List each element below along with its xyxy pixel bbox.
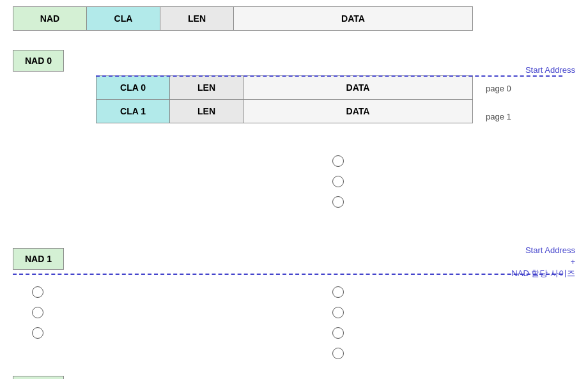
inner-row-0: CLA 0 LEN DATA xyxy=(97,76,472,100)
dot-left3 xyxy=(32,327,43,339)
page0-label: page 0 xyxy=(486,84,511,93)
dots-left xyxy=(32,286,43,339)
inner-row-1: CLA 1 LEN DATA xyxy=(97,100,472,123)
nad1-label: NAD 1 xyxy=(13,248,64,270)
header-table: NAD CLA LEN DATA xyxy=(13,6,473,31)
nadn-label: NAD N xyxy=(13,376,64,379)
header-len: LEN xyxy=(160,7,234,30)
start-address-label: Start Address xyxy=(525,65,575,75)
data1-cell: DATA xyxy=(244,100,472,123)
header-nad: NAD xyxy=(13,7,87,30)
nad0-label: NAD 0 xyxy=(13,50,64,72)
dot-cb2 xyxy=(332,307,344,318)
dot3 xyxy=(332,196,344,208)
start-address2-label: Start Address + NAD 할당 사이즈 xyxy=(511,245,575,280)
dot-cb3 xyxy=(332,327,344,339)
data0-cell: DATA xyxy=(244,76,472,99)
nad1-block: NAD 1 xyxy=(13,248,64,270)
dot1 xyxy=(332,155,344,167)
dot-left1 xyxy=(32,286,43,298)
start-address-line xyxy=(96,75,562,77)
start-address2-line xyxy=(13,274,562,275)
dots-center-top xyxy=(332,155,344,208)
dot2 xyxy=(332,176,344,187)
len1-cell: LEN xyxy=(170,100,244,123)
header-data: DATA xyxy=(234,7,472,30)
nadn-block: NAD N xyxy=(13,376,64,379)
cla0-cell: CLA 0 xyxy=(97,76,170,99)
dot-cb4 xyxy=(332,348,344,359)
nad0-inner-table: CLA 0 LEN DATA CLA 1 LEN DATA xyxy=(96,75,473,123)
header-cla: CLA xyxy=(87,7,160,30)
len0-cell: LEN xyxy=(170,76,244,99)
dot-left2 xyxy=(32,307,43,318)
diagram: NAD 0 CLA 0 LEN DATA CLA 1 LEN DATA page… xyxy=(13,50,575,379)
dots-center-bottom xyxy=(332,286,344,359)
page1-label: page 1 xyxy=(486,112,511,121)
nad0-block: NAD 0 xyxy=(13,50,64,72)
dot-cb1 xyxy=(332,286,344,298)
cla1-cell: CLA 1 xyxy=(97,100,170,123)
